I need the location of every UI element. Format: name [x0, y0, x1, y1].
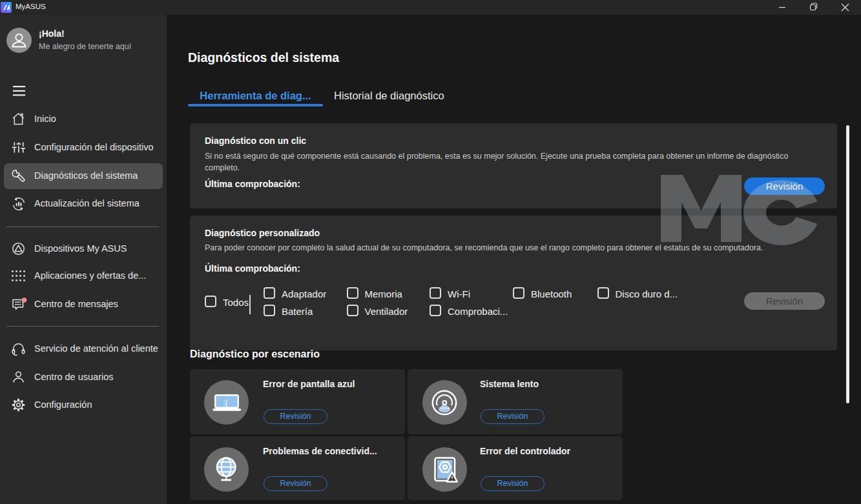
svg-text::(: :(: [223, 398, 228, 407]
